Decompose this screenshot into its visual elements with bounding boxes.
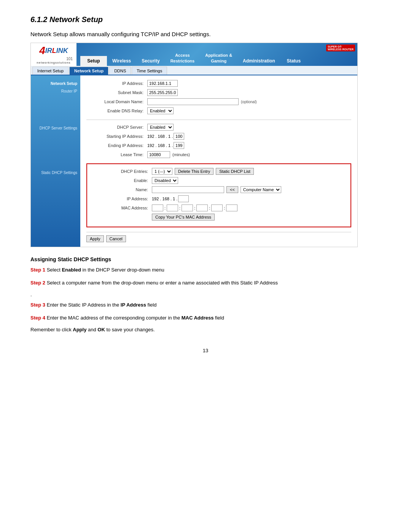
local-domain-label: Local Domain Name: [86, 99, 147, 104]
nav-tab-status[interactable]: Status [280, 56, 307, 66]
name-row: Name: << Computer Name [91, 186, 347, 193]
ending-ip-last[interactable] [174, 142, 184, 149]
dhcp-server-label: DHCP Server: [86, 125, 147, 129]
router-ui: 4 IRLINK 101 networkingsolutions Setup W… [30, 43, 358, 247]
step3-text: Enter the Static IP Address in the IP Ad… [47, 302, 157, 308]
ending-ip-label: Ending IP Address: [86, 143, 147, 148]
mac-sep-2: : [179, 206, 180, 210]
static-dhcp-box: DHCP Entries: 1 (---) Delete This Entry … [86, 163, 351, 227]
intro-text: Network Setup allows manually configurin… [30, 31, 381, 37]
lease-time-label: Lease Time: [86, 152, 147, 157]
mac-address-label: MAC Address: [91, 206, 152, 210]
sub-tab-network-setup[interactable]: Network Setup [69, 67, 108, 75]
sidebar-section-title: Network Setup [31, 79, 80, 88]
step2-para: Step 2 Select a computer name from the d… [30, 279, 381, 287]
nav-tab-access[interactable]: AccessRestrictions [165, 50, 200, 66]
lease-time-input[interactable] [147, 151, 170, 158]
dns-relay-label: Enable DNS Relay: [86, 109, 147, 113]
step1-label: Step 1 [30, 267, 45, 273]
sidebar-item-router-ip[interactable]: Router IP [31, 88, 80, 94]
sub-nav: Internet Setup Network Setup DDNS Time S… [31, 66, 357, 75]
dhcp-entries-controls: 1 (---) Delete This Entry Static DHCP Li… [152, 168, 254, 175]
dhcp-entries-label: DHCP Entries: [91, 169, 152, 174]
static-ip-row: IP Address: 192 . 168 . 1 . [91, 195, 347, 202]
mac-address-row: MAC Address: : : : : : [91, 204, 347, 211]
local-domain-row: Local Domain Name: (optional) [86, 98, 351, 105]
logo-number: 101 [35, 57, 73, 61]
mac-field-1[interactable] [152, 204, 163, 211]
nav-tab-wireless[interactable]: Wireless [107, 56, 136, 66]
sidebar: Network Setup Router IP DHCP Server Sett… [31, 75, 80, 247]
static-ip-label: IP Address: [91, 197, 152, 201]
step1-para: Step 1 Select Enabled in the DHCP Server… [30, 266, 381, 274]
super6-badge: SUPER G®WIRELESS ROUTER [326, 45, 355, 51]
nav-tab-gaming[interactable]: Application &Gaming [200, 50, 237, 66]
minutes-text: (minutes) [172, 152, 190, 157]
ending-ip-prefix: 192 . 168 . 1 . [147, 143, 173, 148]
lease-time-row: Lease Time: (minutes) [86, 151, 351, 158]
name-controls: << Computer Name [152, 186, 281, 193]
copy-mac-button[interactable]: Copy Your PC's MAC Address [152, 214, 215, 220]
computer-name-arrow-button[interactable]: << [226, 186, 238, 193]
mac-sep-5: : [224, 206, 225, 210]
ip-address-input[interactable] [147, 80, 178, 87]
subnet-mask-input[interactable] [147, 89, 178, 96]
nav-tab-setup[interactable]: Setup [80, 56, 107, 66]
starting-ip-label: Starting IP Address: [86, 134, 147, 139]
bottom-buttons: Apply Cancel [86, 232, 351, 242]
mac-sep-1: : [164, 206, 166, 210]
delete-entry-button[interactable]: Delete This Entry [175, 168, 213, 175]
logo-airlink: IRLINK [45, 47, 68, 55]
router-logo: 4 IRLINK 101 networkingsolutions [31, 43, 76, 66]
ending-ip-row: Ending IP Address: 192 . 168 . 1 . [86, 142, 351, 149]
static-ip-last[interactable] [178, 195, 189, 202]
mac-sep-3: : [194, 206, 195, 210]
enable-label: Enable: [91, 178, 152, 183]
apply-button[interactable]: Apply [86, 235, 104, 242]
sub-tab-internet-setup[interactable]: Internet Setup [32, 67, 68, 75]
enable-row: Enable: Disabled Enabled [91, 177, 347, 184]
local-domain-input[interactable] [147, 98, 239, 105]
dns-relay-select[interactable]: Enabled Disabled [147, 107, 174, 114]
dhcp-entries-select[interactable]: 1 (---) [152, 168, 172, 175]
dhcp-entries-row: DHCP Entries: 1 (---) Delete This Entry … [91, 168, 347, 175]
starting-ip-row: Starting IP Address: 192 . 168 . 1 . [86, 133, 351, 140]
page-number: 13 [30, 348, 381, 353]
step4-label: Step 4 [30, 315, 45, 321]
mac-field-4[interactable] [196, 204, 208, 211]
name-label: Name: [91, 187, 152, 192]
step2-label: Step 2 [30, 280, 45, 286]
step3-para: Step 3 Enter the Static IP Address in th… [30, 301, 381, 309]
nav-tab-security[interactable]: Security [136, 56, 165, 66]
sub-tab-ddns[interactable]: DDNS [109, 67, 131, 75]
mac-field-5[interactable] [211, 204, 223, 211]
mac-fields: : : : : : [152, 204, 237, 211]
starting-ip-fields: 192 . 168 . 1 . [147, 133, 184, 140]
computer-name-select[interactable]: Computer Name [241, 186, 281, 193]
logo-sub: networkingsolutions [37, 61, 70, 64]
nav-tab-admin[interactable]: Administration [237, 56, 280, 66]
static-ip-prefix: 192 . 168 . 1 . [152, 197, 177, 201]
divider-1 [86, 120, 351, 120]
page-title: 6.1.2 Network Setup [30, 15, 381, 24]
nav-tabs: Setup Wireless Security AccessRestrictio… [76, 43, 357, 66]
router-content: Network Setup Router IP DHCP Server Sett… [31, 75, 357, 247]
mac-field-3[interactable] [182, 204, 193, 211]
sidebar-item-static-dhcp[interactable]: Static DHCP Settings [31, 169, 80, 176]
cancel-button[interactable]: Cancel [106, 235, 126, 242]
sub-tab-time-settings[interactable]: Time Settings [132, 67, 167, 75]
static-list-button[interactable]: Static DHCP List [216, 168, 254, 175]
starting-ip-last[interactable] [174, 133, 184, 140]
mac-field-6[interactable] [226, 204, 237, 211]
dhcp-server-row: DHCP Server: Enabled Disabled [86, 124, 351, 131]
dhcp-server-select[interactable]: Enabled Disabled [147, 124, 174, 131]
assigning-heading: Assigning Static DHCP Settings [30, 256, 381, 262]
copy-mac-row: Copy Your PC's MAC Address [91, 214, 347, 220]
name-input[interactable] [152, 186, 224, 193]
starting-ip-prefix: 192 . 168 . 1 . [147, 134, 173, 139]
ip-address-label: IP Address: [86, 81, 147, 86]
mac-field-2[interactable] [167, 204, 178, 211]
router-ip-section: IP Address: Subnet Mask: Local Domain Na… [86, 80, 351, 114]
sidebar-item-dhcp-server[interactable]: DHCP Server Settings [31, 125, 80, 131]
enable-select[interactable]: Disabled Enabled [152, 177, 178, 184]
